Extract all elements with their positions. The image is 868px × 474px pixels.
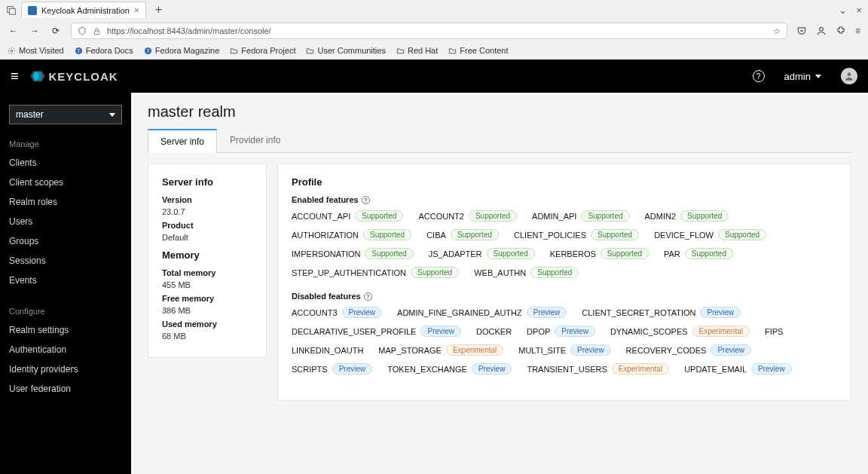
sidebar-item-users[interactable]: Users: [0, 212, 131, 231]
forward-button[interactable]: →: [29, 25, 41, 37]
memory-heading: Memory: [162, 249, 252, 261]
feature-name: MULTI_SITE: [518, 346, 566, 355]
feature-name: CIBA: [426, 231, 446, 240]
product-value: Default: [162, 233, 252, 242]
free-memory-value: 386 MB: [162, 306, 252, 315]
tabs: Server infoProvider info: [148, 128, 851, 153]
feature-badge: Experimental: [692, 326, 750, 337]
feature-name: MAP_STORAGE: [378, 346, 442, 355]
tab-title: Keycloak Administration: [41, 6, 130, 15]
bookmark-item[interactable]: fFedora Docs: [75, 46, 133, 55]
window-close-icon[interactable]: ×: [856, 5, 862, 16]
extensions-icon[interactable]: [836, 26, 846, 36]
brand-text: KEYCLOAK: [49, 70, 118, 83]
server-info-heading: Server info: [162, 176, 252, 188]
feature-item: ADMIN2Supported: [645, 210, 729, 222]
url-bar[interactable]: https://localhost:8443/admin/master/cons…: [71, 23, 787, 39]
feature-badge: Supported: [601, 248, 649, 259]
chevron-down-icon: [815, 75, 821, 78]
tab-provider-info[interactable]: Provider info: [217, 128, 293, 152]
feature-badge: Experimental: [446, 344, 503, 356]
sidebar-item-identity-providers[interactable]: Identity providers: [0, 359, 131, 379]
feature-name: CLIENT_POLICIES: [514, 231, 586, 240]
sidebar-heading-manage: Manage: [0, 135, 131, 153]
feature-name: KERBEROS: [550, 249, 596, 258]
feature-item: RECOVERY_CODESPreview: [626, 344, 751, 356]
bookmark-item[interactable]: Most Visited: [8, 46, 64, 55]
feature-badge: Supported: [680, 210, 729, 222]
browser-tab[interactable]: Keycloak Administration ×: [21, 2, 146, 18]
page-title: master realm: [148, 103, 851, 121]
feature-badge: Supported: [411, 267, 459, 278]
feature-badge: Preview: [570, 344, 611, 356]
feature-item: MAP_STORAGEExperimental: [378, 344, 503, 356]
sidebar-item-events[interactable]: Events: [0, 271, 131, 290]
sidebar-item-sessions[interactable]: Sessions: [0, 251, 131, 271]
app-menu-icon[interactable]: ≡: [855, 26, 860, 36]
shield-icon: [78, 26, 87, 35]
tab-server-info[interactable]: Server info: [148, 129, 217, 153]
feature-item: CIBASupported: [426, 229, 499, 240]
bookmark-item[interactable]: User Communities: [306, 46, 385, 55]
feature-item: TRANSIENT_USERSExperimental: [527, 363, 669, 375]
bookmark-star-icon[interactable]: ☆: [773, 26, 781, 36]
brand-logo[interactable]: KEYCLOAK: [29, 68, 118, 84]
feature-item: ACCOUNT2Supported: [418, 210, 517, 222]
feature-item: ADMIN_FINE_GRAINED_AUTHZPreview: [397, 307, 567, 318]
sidebar-item-realm-roles[interactable]: Realm roles: [0, 192, 131, 212]
tab-close-icon[interactable]: ×: [134, 5, 139, 16]
avatar[interactable]: [841, 68, 857, 84]
sidebar-item-client-scopes[interactable]: Client scopes: [0, 173, 131, 192]
favicon-icon: [28, 6, 37, 15]
app-header: ≡ KEYCLOAK ? admin: [0, 60, 868, 93]
feature-name: ACCOUNT_API: [292, 212, 350, 221]
sidebar-item-authentication[interactable]: Authentication: [0, 340, 131, 359]
account-icon[interactable]: [816, 26, 827, 36]
sidebar-item-groups[interactable]: Groups: [0, 231, 131, 251]
sidebar-item-clients[interactable]: Clients: [0, 153, 131, 173]
new-tab-button[interactable]: +: [151, 3, 167, 17]
feature-badge: Supported: [363, 229, 411, 240]
realm-selector[interactable]: master: [9, 105, 122, 124]
pocket-icon[interactable]: [796, 26, 807, 36]
feature-item: CLIENT_SECRET_ROTATIONPreview: [582, 307, 741, 318]
bookmark-item[interactable]: Red Hat: [396, 46, 438, 55]
info-icon[interactable]: ?: [364, 292, 372, 301]
back-button[interactable]: ←: [8, 25, 20, 37]
feature-badge: Preview: [342, 307, 383, 318]
feature-item: DOCKER: [476, 326, 512, 337]
reload-button[interactable]: ⟳: [50, 25, 62, 37]
window-recent-icon[interactable]: [6, 5, 17, 15]
feature-badge: Preview: [711, 344, 751, 356]
feature-name: ADMIN_FINE_GRAINED_AUTHZ: [397, 308, 522, 317]
help-button[interactable]: ?: [753, 70, 765, 82]
sidebar-item-realm-settings[interactable]: Realm settings: [0, 320, 131, 340]
feature-badge: Supported: [685, 248, 733, 259]
feature-item: DPOPPreview: [527, 326, 595, 337]
feature-name: WEB_AUTHN: [474, 268, 526, 277]
info-icon[interactable]: ?: [362, 196, 370, 204]
version-label: Version: [162, 195, 252, 204]
user-menu[interactable]: admin: [784, 71, 821, 82]
chevron-down-icon: [109, 113, 115, 117]
bookmark-item[interactable]: Fedora Project: [230, 46, 295, 55]
feature-badge: Preview: [751, 363, 792, 375]
bookmark-item[interactable]: fFedora Magazine: [144, 46, 220, 55]
feature-item: CLIENT_POLICIESSupported: [514, 229, 639, 240]
feature-name: DPOP: [527, 327, 550, 336]
used-memory-value: 68 MB: [162, 332, 252, 341]
feature-name: ADMIN_API: [532, 212, 576, 221]
sidebar-toggle-button[interactable]: ≡: [11, 69, 19, 84]
bookmark-item[interactable]: Free Content: [448, 46, 508, 55]
feature-item: KERBEROSSupported: [550, 248, 649, 259]
main-content: master realm Server infoProvider info Se…: [131, 93, 868, 474]
overflow-tabs-icon[interactable]: ⌄: [839, 5, 847, 16]
feature-name: DOCKER: [476, 327, 512, 336]
feature-badge: Supported: [487, 248, 535, 259]
sidebar-item-user-federation[interactable]: User federation: [0, 379, 131, 399]
server-info-card: Server info Version 23.0.7 Product Defau…: [148, 164, 267, 358]
feature-badge: Preview: [700, 307, 741, 318]
product-label: Product: [162, 221, 252, 230]
feature-item: UPDATE_EMAILPreview: [684, 363, 792, 375]
feature-badge: Supported: [581, 210, 629, 222]
